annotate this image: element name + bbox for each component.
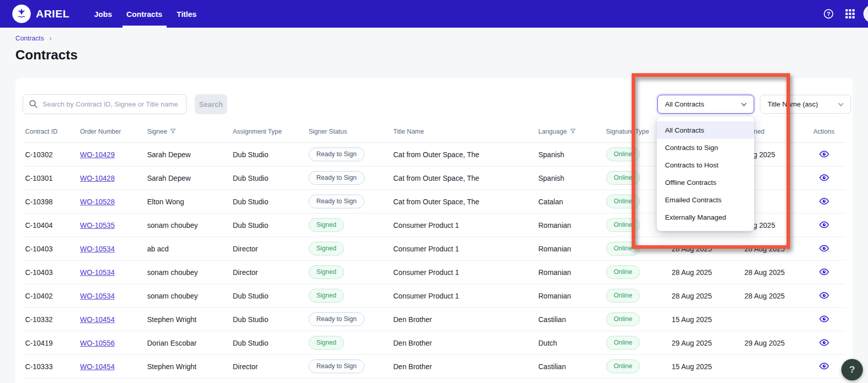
apps-grid-icon[interactable] — [844, 8, 856, 19]
help-icon[interactable]: ? — [823, 8, 834, 19]
actions-cell — [802, 214, 845, 237]
title-name: Den Brother — [393, 315, 432, 324]
assignment-type-cell: Dub Studio — [230, 190, 306, 214]
view-contract-button[interactable] — [817, 267, 831, 276]
language: Romanian — [538, 268, 571, 276]
contract-id-cell: C-10302 — [23, 143, 77, 166]
signature-type-badge: Online — [606, 312, 640, 326]
column-header-signee[interactable]: Signee — [145, 123, 230, 143]
column-header-assignment-type: Assignment Type — [230, 123, 306, 143]
assignment-type-cell: Director — [230, 261, 306, 284]
signer-status-badge: Ready to Sign — [309, 312, 365, 326]
view-eye-icon — [819, 339, 829, 346]
contract-id-cell: C-10301 — [23, 166, 77, 190]
signee-cell: sonam choubey — [145, 214, 230, 237]
sort-select[interactable]: Title Name (asc) — [760, 95, 851, 114]
date-value: 29 Aug 2025 — [744, 339, 785, 347]
title-name-cell: Cat from Outer Space, The — [391, 143, 536, 166]
date-signed-cell — [742, 308, 802, 331]
date-value: 28 Aug 2025 — [744, 268, 785, 276]
view-eye-icon — [819, 315, 829, 323]
dropdown-option-externally-managed[interactable]: Externally Managed — [657, 208, 754, 226]
language-cell: Catalan — [536, 190, 603, 214]
view-contract-button[interactable] — [817, 291, 831, 300]
filter-funnel-icon[interactable] — [170, 129, 176, 134]
signature-type-badge: Online — [606, 359, 640, 373]
order-number-link[interactable]: WO-10534 — [80, 245, 115, 253]
order-number-link[interactable]: WO-10428 — [80, 174, 115, 182]
order-number-link[interactable]: WO-10454 — [80, 315, 115, 324]
contract-id: C-10419 — [25, 339, 53, 347]
chevron-down-icon — [740, 101, 748, 108]
view-contract-button[interactable] — [817, 173, 831, 182]
order-number-link[interactable]: WO-10535 — [80, 221, 115, 229]
dropdown-option-offline-contracts[interactable]: Offline Contracts — [657, 174, 754, 191]
filter-funnel-icon[interactable] — [570, 129, 576, 134]
breadcrumb-link-contracts[interactable]: Contracts — [15, 34, 44, 42]
column-header-order-number: Order Number — [77, 123, 145, 143]
actions-cell — [802, 355, 845, 378]
signer-status-cell: Ready to Sign — [306, 143, 391, 166]
contract-id: C-10404 — [25, 221, 53, 229]
language-cell: Castilian — [536, 355, 603, 378]
signee: Dorian Escobar — [147, 339, 197, 347]
dropdown-option-all-contracts[interactable]: All Contracts — [657, 121, 754, 139]
ariel-logo[interactable] — [12, 5, 31, 23]
nav-item-titles[interactable]: Titles — [170, 0, 204, 28]
floating-help-button[interactable]: ? — [841, 359, 863, 380]
title-name-cell: Consumer Product 1 — [391, 261, 536, 284]
dropdown-option-contracts-to-host[interactable]: Contracts to Host — [657, 156, 754, 174]
contracts-filter-dropdown: All ContractsContracts to SignContracts … — [657, 117, 754, 231]
title-name: Cat from Outer Space, The — [393, 151, 479, 159]
column-header-signer-status: Signer Status — [306, 123, 391, 143]
title-name: Den Brother — [393, 339, 432, 347]
nav-item-jobs[interactable]: Jobs — [87, 0, 119, 28]
assignment-type: Dub Studio — [233, 315, 268, 324]
table-row: C-10402WO-10534sonam choubeyDub StudioSi… — [23, 284, 845, 308]
signature-type-cell: Online — [603, 284, 669, 308]
contracts-filter-select[interactable]: All Contracts — [657, 95, 754, 114]
view-contract-button[interactable] — [817, 314, 831, 324]
avatar[interactable] — [863, 5, 868, 23]
signee: sonam choubey — [147, 221, 198, 229]
contract-id-cell: C-10403 — [23, 237, 77, 261]
view-contract-button[interactable] — [817, 220, 831, 229]
order-number-link[interactable]: WO-10528 — [80, 198, 115, 206]
svg-text:?: ? — [826, 11, 830, 17]
assignment-type-cell: Dub Studio — [230, 143, 306, 166]
order-number-link[interactable]: WO-10429 — [80, 151, 115, 159]
view-eye-icon — [819, 245, 829, 252]
order-number-link[interactable]: WO-10556 — [80, 339, 115, 347]
column-header-actions: Actions — [802, 123, 845, 143]
signee: Sarah Depew — [147, 174, 191, 182]
view-contract-button[interactable] — [817, 338, 831, 347]
signee-cell: sonam choubey — [145, 284, 230, 308]
actions-cell — [802, 166, 845, 190]
view-eye-icon — [819, 198, 829, 205]
actions-cell — [802, 261, 845, 284]
assignment-type: Dub Studio — [233, 174, 268, 182]
signature-type-badge: Online — [606, 336, 640, 350]
dropdown-option-contracts-to-sign[interactable]: Contracts to Sign — [657, 139, 754, 156]
dropdown-option-emailed-contracts[interactable]: Emailed Contracts — [657, 191, 754, 208]
nav-item-contracts[interactable]: Contracts — [119, 0, 170, 28]
order-number-link[interactable]: WO-10454 — [80, 363, 115, 371]
breadcrumb: Contracts › — [15, 34, 52, 42]
signer-status-badge: Signed — [309, 218, 344, 232]
view-contract-button[interactable] — [817, 150, 831, 159]
view-contract-button[interactable] — [817, 197, 831, 206]
view-contract-button[interactable] — [817, 244, 831, 253]
search-input[interactable] — [23, 94, 187, 114]
view-contract-button[interactable] — [817, 361, 831, 371]
order-number-link[interactable]: WO-10534 — [80, 268, 115, 276]
order-number-link[interactable]: WO-10534 — [80, 292, 115, 300]
signature-type-cell: Online — [603, 331, 669, 355]
primary-nav: JobsContractsTitles — [87, 0, 204, 28]
language: Spanish — [538, 174, 564, 182]
language-cell: Castilian — [536, 308, 603, 331]
search-button[interactable]: Search — [195, 94, 227, 114]
actions-cell — [802, 284, 845, 308]
title-name-cell: Den Brother — [391, 355, 536, 378]
floating-help-glyph: ? — [849, 364, 855, 375]
column-header-language[interactable]: Language — [536, 123, 603, 143]
